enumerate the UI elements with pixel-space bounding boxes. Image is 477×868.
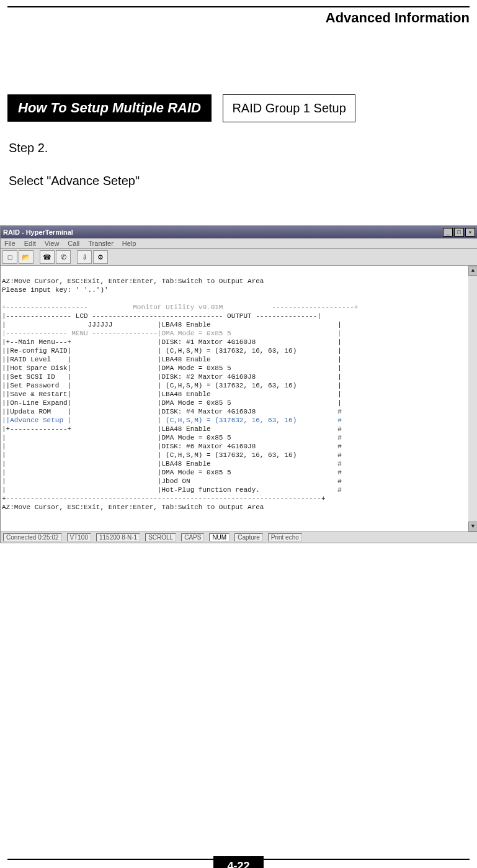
close-icon[interactable]: × [465, 228, 475, 237]
scroll-up-icon[interactable]: ▲ [468, 266, 477, 276]
step-instruction: Select "Advance Setep" [9, 174, 477, 188]
terminal-menu-line: ||Re-config RAID| | (C,H,S,M) = (317632,… [2, 347, 342, 355]
terminal-menu-header: |--------------- MENU ----------------|D… [2, 330, 342, 337]
scroll-down-icon[interactable]: ▼ [468, 522, 477, 531]
terminal-scrollbar[interactable]: ▲ ▼ [468, 266, 477, 531]
terminal-menu-line: |+--Main Menu---+ |DISK: #1 Maxtor 4G160… [2, 338, 342, 346]
open-icon[interactable]: 📂 [19, 250, 33, 264]
terminal-output-line: | |DMA Mode = 0x85 5 # [2, 434, 342, 441]
terminal-monitor-header: +-------------------- Monitor Utility v0… [2, 304, 358, 311]
hangup-icon[interactable]: ✆ [56, 250, 71, 264]
terminal-menu-line: ||Set Password | | (C,H,S,M) = (317632, … [2, 382, 342, 389]
terminal-output-line: | |Hot-Plug function ready. # [2, 486, 342, 494]
status-scroll: SCROLL [145, 533, 176, 541]
page-header-title: Advanced Information [0, 7, 477, 26]
menu-file[interactable]: File [4, 240, 16, 247]
terminal-border-bottom: +---------------------------------------… [2, 495, 326, 502]
terminal-output-line: | | (C,H,S,M) = (317632, 16, 63, 16) # [2, 451, 342, 459]
page-footer: 4-22 [0, 856, 477, 868]
terminal-menu-line: ||Hot Spare Disk| |DMA Mode = 0x85 5 | [2, 364, 342, 372]
raid-group-box: RAID Group 1 Setup [223, 94, 355, 122]
terminal-menu-line: ||RAID Level | |LBA48 Enable | [2, 356, 342, 363]
minimize-icon[interactable]: _ [443, 228, 453, 237]
status-caps: CAPS [181, 533, 204, 541]
terminal-output-line: | |LBA48 Enable # [2, 460, 342, 468]
terminal-lcd-content: | JJJJJJ |LBA48 Enable | [2, 321, 342, 328]
terminal-help-top: AZ:Move Cursor, ESC:Exit, Enter:Enter, T… [2, 278, 264, 285]
hyperterminal-window: RAID - HyperTerminal _ □ × File Edit Vie… [0, 225, 477, 543]
terminal-menu-line: ||Save & Restart| |LBA48 Enable | [2, 391, 342, 398]
window-title: RAID - HyperTerminal [3, 228, 73, 236]
status-connected: Connected 0:25:02 [3, 533, 62, 541]
menu-call[interactable]: Call [68, 240, 79, 247]
status-printecho: Print echo [268, 533, 302, 541]
window-menubar: File Edit View Call Transfer Help [1, 238, 477, 249]
terminal-col-header: |---------------- LCD ------------------… [2, 312, 321, 320]
terminal-menu-advance-setup: ||Advance Setup | | (C,H,S,M) = (317632,… [2, 417, 342, 424]
terminal-output-line: | |Jbod ON # [2, 477, 342, 485]
terminal-menu-footer: |+--------------+ |LBA48 Enable # [2, 425, 342, 433]
section-heading: How To Setup Multiple RAID [7, 94, 212, 122]
maximize-icon[interactable]: □ [454, 228, 464, 237]
menu-transfer[interactable]: Transfer [88, 240, 114, 247]
window-toolbar: □ 📂 ☎ ✆ ⇩ ⚙ [1, 249, 477, 266]
terminal-output-line: | |DISK: #6 Maxtor 4G160J8 # [2, 443, 342, 450]
new-icon[interactable]: □ [2, 250, 17, 264]
terminal-output-line: | |DMA Mode = 0x85 5 # [2, 469, 342, 476]
send-icon[interactable]: ⇩ [77, 250, 92, 264]
window-statusbar: Connected 0:25:02 VT100 115200 8-N-1 SCR… [1, 531, 477, 543]
menu-edit[interactable]: Edit [24, 240, 36, 247]
terminal-menu-line: ||Updata ROM | |DISK: #4 Maxtor 4G160J8 … [2, 408, 342, 415]
status-num: NUM [209, 533, 230, 541]
window-titlebar: RAID - HyperTerminal _ □ × [1, 226, 477, 238]
props-icon[interactable]: ⚙ [93, 250, 108, 264]
status-emulation: VT100 [67, 533, 91, 541]
menu-view[interactable]: View [45, 240, 60, 247]
step-label: Step 2. [9, 141, 477, 155]
menu-help[interactable]: Help [122, 240, 136, 247]
terminal-help-bottom: AZ:Move Cursor, ESC:Exit, Enter:Enter, T… [2, 504, 264, 511]
connect-icon[interactable]: ☎ [40, 250, 55, 264]
terminal-output: AZ:Move Cursor, ESC:Exit, Enter:Enter, T… [1, 266, 477, 531]
status-settings: 115200 8-N-1 [96, 533, 140, 541]
terminal-prompt: Please input key: ' '..')' [2, 286, 109, 294]
status-capture: Capture [234, 533, 263, 541]
terminal-menu-line: ||On-Line Expand| |DMA Mode = 0x85 5 | [2, 399, 342, 407]
page-number: 4-22 [213, 856, 263, 868]
terminal-menu-line: ||Set SCSI ID | |DISK: #2 Maxtor 4G160J8… [2, 373, 342, 381]
